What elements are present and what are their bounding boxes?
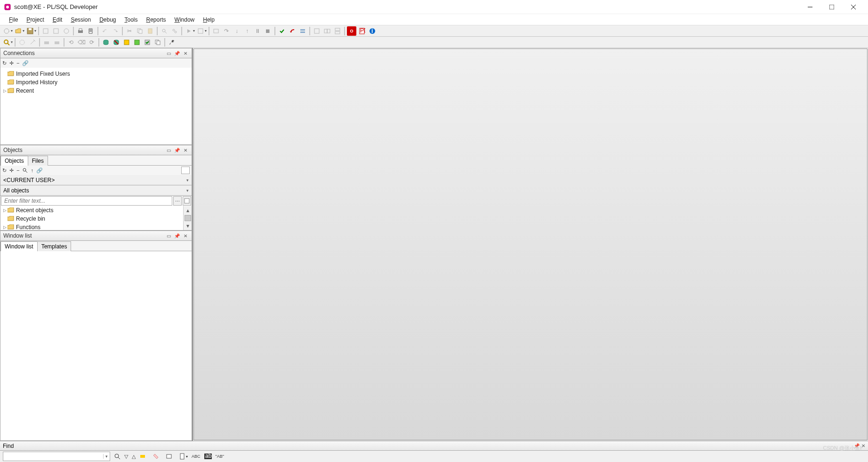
- save-button[interactable]: [25, 26, 35, 36]
- pdf-button[interactable]: PDF: [357, 26, 367, 36]
- save-dropdown[interactable]: ▾: [34, 29, 36, 33]
- objects-scrollbar[interactable]: ▴ ▾: [183, 206, 192, 230]
- tree-item-imported-fixed[interactable]: Imported Fixed Users: [0, 70, 192, 78]
- print-button[interactable]: [76, 26, 85, 36]
- find-close-icon[interactable]: ✕: [861, 443, 865, 448]
- close-button[interactable]: [843, 0, 864, 14]
- new-dropdown[interactable]: ▾: [11, 29, 13, 33]
- tb2-green-1[interactable]: [132, 38, 142, 47]
- obj-find-icon[interactable]: [22, 167, 28, 173]
- find-regex-button[interactable]: "AB": [216, 454, 224, 459]
- expand-icon[interactable]: ▷: [2, 208, 7, 213]
- menu-tools[interactable]: Tools: [121, 15, 142, 24]
- conn-add-icon[interactable]: ✛: [9, 60, 14, 66]
- svg-text:PDF: PDF: [360, 28, 365, 34]
- find-highlight-icon[interactable]: [139, 453, 146, 460]
- conn-refresh-icon[interactable]: ↻: [2, 60, 7, 66]
- tab-templates[interactable]: Templates: [37, 241, 72, 251]
- zoom-dropdown[interactable]: ▾: [11, 40, 13, 44]
- svg-rect-13: [79, 29, 82, 31]
- user-combo[interactable]: <CURRENT USER> ▾: [0, 175, 192, 185]
- filter-more-button[interactable]: ⋯: [173, 196, 182, 206]
- obj-close-icon[interactable]: ✕: [182, 147, 189, 153]
- open-dropdown[interactable]: ▾: [23, 29, 24, 33]
- filter-clear-button[interactable]: [183, 196, 191, 206]
- wl-pin-icon[interactable]: 📌: [174, 232, 180, 239]
- zoom-button[interactable]: [2, 38, 11, 47]
- obj-maximize-icon[interactable]: ▭: [165, 147, 172, 153]
- minimize-button[interactable]: [799, 0, 821, 14]
- new-button[interactable]: [2, 26, 11, 36]
- info-button[interactable]: i: [368, 26, 377, 36]
- menu-project[interactable]: Project: [22, 15, 48, 24]
- tb2-yellow-1[interactable]: [122, 38, 131, 47]
- tree-item-recent[interactable]: ▷ Recent: [0, 87, 192, 95]
- objects-tree[interactable]: ▷ Recent objects Recycle bin ▷ Functions: [0, 206, 192, 231]
- tb2-green-2[interactable]: [143, 38, 152, 47]
- maximize-button[interactable]: [821, 0, 843, 14]
- menu-file[interactable]: File: [5, 15, 22, 24]
- step-out-button: ↑: [242, 26, 252, 36]
- tab-objects[interactable]: Objects: [0, 156, 28, 166]
- expand-icon[interactable]: ▷: [2, 225, 7, 230]
- tree-item-recycle-bin[interactable]: Recycle bin: [0, 215, 183, 223]
- tree-item-recent-objects[interactable]: ▷ Recent objects: [0, 206, 183, 215]
- find-down-icon[interactable]: ▽: [124, 454, 128, 460]
- connections-tree[interactable]: Imported Fixed Users Imported History ▷ …: [0, 68, 192, 145]
- rollback-button[interactable]: [288, 26, 297, 36]
- oracle-button[interactable]: O: [347, 26, 356, 36]
- conn-remove-icon[interactable]: −: [16, 60, 19, 66]
- find-case-button[interactable]: ABC: [192, 454, 201, 459]
- find-doc-icon[interactable]: ▾: [179, 453, 188, 460]
- menu-window[interactable]: Window: [170, 15, 199, 24]
- obj-add-icon[interactable]: ✛: [9, 167, 14, 174]
- menu-edit[interactable]: Edit: [48, 15, 67, 24]
- svg-rect-38: [55, 41, 59, 44]
- wl-maximize-icon[interactable]: ▭: [165, 232, 172, 239]
- find-combo[interactable]: ▾: [3, 452, 110, 461]
- menu-reports[interactable]: Reports: [142, 15, 170, 24]
- wrench-button[interactable]: [167, 38, 177, 47]
- obj-pin-icon[interactable]: 📌: [174, 147, 180, 153]
- tree-item-functions[interactable]: ▷ Functions: [0, 223, 183, 230]
- obj-up-icon[interactable]: ↑: [31, 167, 33, 173]
- logoff-button[interactable]: [112, 38, 121, 47]
- windowlist-body[interactable]: [0, 251, 192, 441]
- conn-maximize-icon[interactable]: ▭: [165, 50, 172, 56]
- obj-link-icon[interactable]: 🔗: [36, 167, 43, 174]
- tb2-copy-icon[interactable]: [153, 38, 162, 47]
- obj-blank-button[interactable]: [181, 167, 190, 174]
- type-combo[interactable]: All objects ▾: [0, 185, 192, 196]
- scroll-down-icon[interactable]: ▾: [186, 222, 189, 230]
- menu-session[interactable]: Session: [66, 15, 95, 24]
- sessions-button[interactable]: [298, 26, 307, 36]
- conn-close-icon[interactable]: ✕: [182, 50, 189, 56]
- wl-close-icon[interactable]: ✕: [182, 232, 189, 239]
- tab-windowlist[interactable]: Window list: [0, 241, 38, 251]
- menu-help[interactable]: Help: [199, 15, 219, 24]
- find-pin-icon[interactable]: 📌: [854, 443, 860, 448]
- menu-debug[interactable]: Debug: [95, 15, 120, 24]
- find-erase-icon[interactable]: [153, 453, 159, 460]
- main-editor-area[interactable]: [193, 48, 868, 440]
- obj-remove-icon[interactable]: −: [16, 167, 19, 173]
- scroll-up-icon[interactable]: ▴: [186, 206, 189, 215]
- find-tb-button: [160, 26, 169, 36]
- tab-files[interactable]: Files: [28, 156, 48, 166]
- print-preview-button[interactable]: [86, 26, 96, 36]
- scroll-thumb[interactable]: [185, 215, 191, 221]
- tree-item-imported-history[interactable]: Imported History: [0, 78, 192, 87]
- open-button[interactable]: [14, 26, 23, 36]
- filter-input[interactable]: [1, 196, 172, 206]
- find-word-icon[interactable]: ab: [204, 454, 212, 459]
- obj-refresh-icon[interactable]: ↻: [2, 167, 7, 174]
- logon-button[interactable]: [101, 38, 111, 47]
- expand-icon[interactable]: ▷: [2, 88, 7, 93]
- find-up-icon[interactable]: △: [132, 454, 136, 460]
- find-rect-icon[interactable]: [166, 453, 172, 460]
- conn-pin-icon[interactable]: 📌: [174, 50, 180, 56]
- commit-button[interactable]: [277, 26, 287, 36]
- find-search-icon[interactable]: [114, 453, 121, 460]
- svg-rect-26: [324, 29, 327, 33]
- conn-link-icon[interactable]: 🔗: [22, 60, 29, 66]
